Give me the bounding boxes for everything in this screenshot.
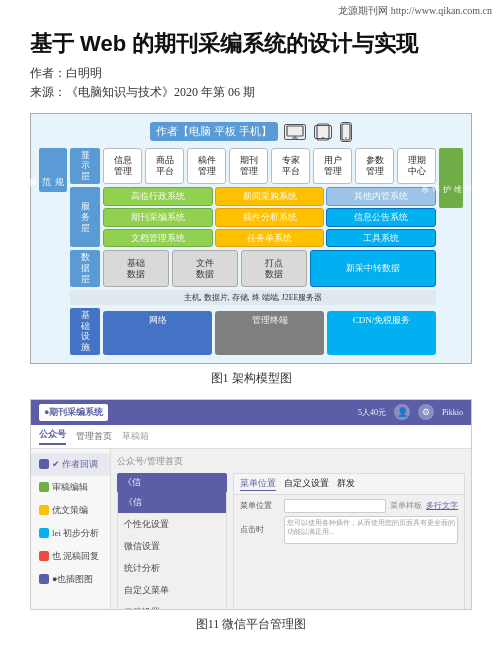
service-doc-mgmt: 文档管理系统 — [103, 229, 213, 248]
service-layer-label: 服务层 — [70, 187, 100, 247]
service-manuscript-analysis: 稿件分析系统 — [215, 208, 325, 227]
infra-note: 主机, 数据片, 存储, 终 端端, J2EE服务器 — [70, 290, 436, 305]
infra-bars: 网络 管理终端 CDN/免税服务 — [103, 311, 436, 355]
phone-icon — [340, 122, 352, 142]
ws-icon-2[interactable]: ⚙ — [418, 404, 434, 420]
top-bar: 龙源期刊网 http://www.qikan.com.cn — [0, 0, 502, 20]
data-cells: 基础数据 文件数据 打点数据 新采中转数据 — [103, 250, 436, 286]
cell-expert-platform: 专家平台 — [271, 148, 310, 184]
service-admin: 高临行政系统 — [103, 187, 213, 206]
device-icons — [284, 122, 352, 142]
ws-content-area: 《信 《信 个性化设置 微信设置 统计分析 自定义菜单 发稿设置 — [117, 473, 465, 609]
ws-sidebar-icon-6 — [39, 574, 49, 584]
ws-topbar: ●期刊采编系统 5人40元 👤 ⚙ Pikkio — [31, 400, 471, 425]
infra-layer-row: 基础设施 网络 管理终端 CDN/免税服务 — [70, 308, 436, 355]
ws-form-input-1[interactable] — [284, 499, 386, 513]
monitor-icon — [284, 124, 306, 140]
ws-breadcrumb: 公众号/管理首页 — [117, 455, 465, 468]
ws-left-panel: 《信 《信 个性化设置 微信设置 统计分析 自定义菜单 发稿设置 — [117, 473, 227, 609]
ws-nav: 公众号 管理首页 草稿箱 — [31, 425, 471, 449]
service-news-notice: 信息公告系统 — [326, 208, 436, 227]
ws-user-info: 5人40元 — [358, 407, 386, 418]
service-cells: 高临行政系统 新闻采购系统 其他内管系统 期刊采编系统 稿件分析系统 信息公告系… — [103, 187, 436, 247]
ws-form-row-1: 菜单位置 菜单样板 多行文字 — [240, 499, 458, 513]
ws-sidebar-icon-3 — [39, 505, 49, 515]
ws-panel-nav-item-stats[interactable]: 统计分析 — [118, 558, 226, 580]
data-file: 文件数据 — [172, 250, 238, 286]
ws-panel-nav-item-publish[interactable]: 发稿设置 — [118, 602, 226, 609]
ws-form-label-1: 菜单位置 — [240, 500, 280, 512]
cell-center: 理期中心 — [397, 148, 436, 184]
infra-layer-label: 基础设施 — [70, 308, 100, 355]
svg-point-6 — [345, 137, 347, 139]
svg-rect-0 — [287, 126, 303, 136]
ws-panel-nav-item-wechat[interactable]: 微信设置 — [118, 536, 226, 558]
service-row-2: 期刊采编系统 稿件分析系统 信息公告系统 — [103, 208, 436, 227]
service-row-1: 高临行政系统 新闻采购系统 其他内管系统 — [103, 187, 436, 206]
author-label: 作者： — [30, 66, 66, 80]
ws-sidebar-item-5[interactable]: 也 泥稿回复 — [31, 545, 110, 568]
ws-sidebar-icon-1 — [39, 459, 49, 469]
ws-panel-nav-item-personalize[interactable]: 个性化设置 — [118, 514, 226, 536]
infra-network: 网络 — [103, 311, 212, 355]
ws-panel-nav: 《信 个性化设置 微信设置 统计分析 自定义菜单 发稿设置 — [117, 492, 227, 609]
ws-tab-menu-pos[interactable]: 菜单位置 — [240, 477, 276, 491]
cell-product-platform: 商品平台 — [145, 148, 184, 184]
left-labels: 标准规范体系 — [39, 148, 67, 355]
ws-sidebar-item-6[interactable]: ●也插图图 — [31, 568, 110, 591]
ws-nav-item-2[interactable]: 管理首页 — [76, 430, 112, 443]
ws-form-extra: 菜单样板 — [390, 500, 422, 512]
service-tools: 工具系统 — [326, 229, 436, 248]
data-point: 打点数据 — [241, 250, 307, 286]
article-title: 基于 Web 的期刊采编系统的设计与实现 — [30, 30, 472, 59]
ws-sidebar-item-1[interactable]: ✔ 作者回调 — [31, 453, 110, 476]
svg-point-4 — [322, 137, 324, 139]
ws-sidebar-item-4[interactable]: lei 初步分析 — [31, 522, 110, 545]
architecture-diagram: 作者【电脑 平板 手机】 标准规范体系 显示层 — [30, 113, 472, 364]
ws-form-textarea[interactable]: 您可以使用各种插件，从而使用您的页面具有更全面的功能以满足用... — [284, 516, 458, 544]
ws-right-header: 菜单位置 自定义设置 群发 — [234, 474, 464, 495]
ws-form-link[interactable]: 多行文字 — [426, 500, 458, 512]
ws-icon-1[interactable]: 👤 — [394, 404, 410, 420]
arch-header-row: 作者【电脑 平板 手机】 — [39, 122, 463, 142]
ws-sidebar-label-1: ✔ 作者回调 — [52, 458, 98, 471]
arch-layers: 标准规范体系 显示层 信息管理 商品平台 稿件管理 期刊管理 专家平台 用户管理… — [39, 148, 463, 355]
data-basic: 基础数据 — [103, 250, 169, 286]
ws-panel-header: 《信 — [117, 473, 227, 492]
data-layer-row: 数据层 基础数据 文件数据 打点数据 新采中转数据 — [70, 250, 436, 286]
author-line: 作者：白明明 — [30, 65, 472, 82]
cell-manuscript-mgmt: 稿件管理 — [187, 148, 226, 184]
ws-right-content: 菜单位置 菜单样板 多行文字 点击时 您可以使用各种插件，从而使用您的页面具有更… — [234, 495, 464, 551]
ws-sidebar-label-3: 优文策编 — [52, 504, 88, 517]
figure1-caption: 图1 架构模型图 — [30, 370, 472, 387]
figure11-caption: 图11 微信平台管理图 — [30, 616, 472, 633]
tablet-icon — [314, 125, 332, 139]
ws-nav-item-3[interactable]: 草稿箱 — [122, 430, 149, 443]
ws-sidebar-label-5: 也 泥稿回复 — [52, 550, 99, 563]
ws-logo: ●期刊采编系统 — [39, 404, 108, 421]
ws-tab-custom[interactable]: 自定义设置 — [284, 477, 329, 491]
ws-sidebar-item-3[interactable]: 优文策编 — [31, 499, 110, 522]
data-layer-label: 数据层 — [70, 250, 100, 286]
ws-form-row-2: 点击时 您可以使用各种插件，从而使用您的页面具有更全面的功能以满足用... — [240, 516, 458, 544]
ws-panel-nav-item-active[interactable]: 《信 — [118, 492, 226, 514]
source-value: 《电脑知识与技术》2020 年第 06 期 — [66, 85, 255, 99]
source-label: 来源： — [30, 85, 66, 99]
ws-sidebar-label-4: lei 初步分析 — [52, 527, 99, 540]
author-value: 白明明 — [66, 66, 102, 80]
ws-sidebar-label-6: ●也插图图 — [52, 573, 93, 586]
right-labels: 运行维护体系 — [439, 148, 463, 355]
ws-topbar-right: 5人40元 👤 ⚙ Pikkio — [358, 404, 463, 420]
ws-sidebar-item-2[interactable]: 审稿编辑 — [31, 476, 110, 499]
ws-panel-nav-item-menu[interactable]: 自定义菜单 — [118, 580, 226, 602]
ws-nav-item-1[interactable]: 公众号 — [39, 428, 66, 445]
infra-mgmt-terminal: 管理终端 — [215, 311, 324, 355]
left-label-standards: 标准规范体系 — [39, 148, 67, 192]
cell-param-mgmt: 参数管理 — [355, 148, 394, 184]
site-info: 龙源期刊网 http://www.qikan.com.cn — [338, 5, 492, 16]
ws-sidebar-icon-4 — [39, 528, 49, 538]
data-transfer: 新采中转数据 — [310, 250, 436, 286]
ws-sidebar-icon-2 — [39, 482, 49, 492]
service-other: 其他内管系统 — [326, 187, 436, 206]
ws-tab-mass-send[interactable]: 群发 — [337, 477, 355, 491]
